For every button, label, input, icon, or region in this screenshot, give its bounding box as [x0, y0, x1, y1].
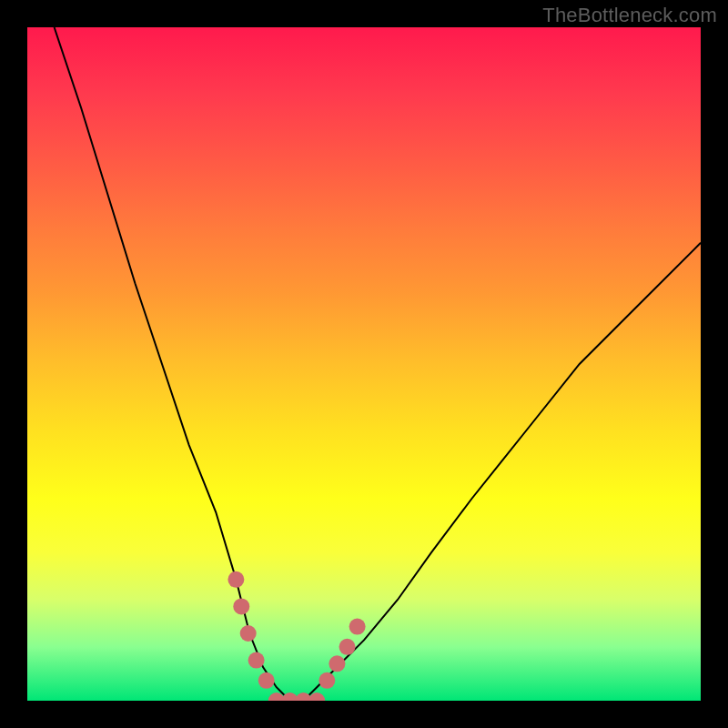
plot-area: [27, 27, 701, 701]
selection-points-bottom: [268, 693, 325, 701]
bottleneck-curve: [55, 27, 701, 701]
selection-dot: [339, 639, 356, 655]
chart-svg: [27, 27, 701, 701]
selection-dot: [240, 625, 257, 642]
selection-dot: [248, 652, 265, 669]
selection-dot: [318, 672, 335, 689]
watermark-text: TheBottleneck.com: [542, 4, 717, 27]
selection-points-right: [318, 619, 365, 689]
selection-dot: [258, 672, 275, 689]
outer-frame: TheBottleneck.com: [0, 0, 728, 728]
selection-points-left: [228, 571, 274, 689]
selection-dot: [329, 655, 345, 672]
selection-dot: [233, 598, 249, 614]
selection-dot: [349, 619, 366, 635]
selection-dot: [228, 571, 244, 588]
